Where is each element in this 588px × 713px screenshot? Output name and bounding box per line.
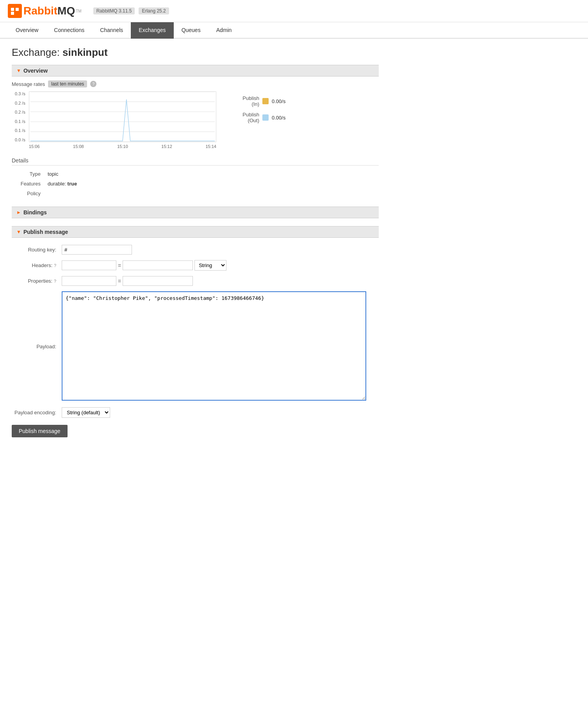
version-badge: RabbitMQ 3.11.5 (93, 7, 135, 14)
details-features-label: Features (12, 179, 44, 188)
properties-key-input[interactable] (62, 276, 116, 286)
headers-type-select[interactable]: String Number Boolean (194, 260, 226, 271)
chart-y-labels: 0.3 /s 0.2 /s 0.2 /s 0.1 /s 0.1 /s 0.0 /… (15, 91, 25, 142)
svg-rect-0 (11, 8, 14, 11)
y-label-1: 0.2 /s (15, 101, 25, 105)
encoding-label: Payload encoding: (12, 405, 59, 420)
properties-row: Properties: ? = (12, 274, 378, 288)
details-table: Type topic Features durable: true Policy (12, 169, 81, 199)
message-rates-row: Message rates last ten minutes ? (12, 80, 379, 87)
legend-publish-out-color (262, 114, 269, 121)
properties-equal-sign: = (118, 278, 121, 284)
headers-label: Headers: (32, 262, 53, 268)
headers-help[interactable]: ? (54, 263, 56, 268)
y-label-4: 0.1 /s (15, 128, 25, 133)
x-label-2: 15:10 (117, 144, 128, 149)
headers-equal-sign: = (118, 262, 121, 269)
svg-rect-1 (16, 8, 19, 11)
headers-label-cell: Headers: ? (12, 258, 59, 273)
y-label-3: 0.1 /s (15, 119, 25, 124)
logo-rabbit: Rabbit (23, 5, 57, 17)
publish-section: ▼ Publish message Routing key: Headers: … (12, 226, 379, 437)
legend-publish-out: Publish(Out) 0.00/s (228, 112, 285, 123)
details-row-features: Features durable: true (12, 179, 80, 188)
chart-wrapper: 0.3 /s 0.2 /s 0.2 /s 0.1 /s 0.1 /s 0.0 /… (29, 91, 216, 150)
legend-publish-in-color (262, 98, 269, 104)
routing-key-label: Routing key: (12, 242, 59, 257)
nav-connections[interactable]: Connections (46, 22, 92, 39)
routing-key-input[interactable] (62, 245, 132, 255)
properties-value-input[interactable] (123, 276, 193, 286)
nav-channels[interactable]: Channels (92, 22, 131, 39)
logo-mq: MQ (57, 5, 75, 17)
y-label-0: 0.3 /s (15, 91, 25, 96)
chart-legend: Publish(In) 0.00/s Publish(Out) 0.00/s (228, 95, 285, 123)
properties-label-cell: Properties: ? (12, 274, 59, 288)
properties-label: Properties: (28, 278, 52, 284)
details-row-policy: Policy (12, 189, 80, 198)
overview-arrow-icon: ▼ (16, 68, 21, 73)
x-label-3: 15:12 (161, 144, 172, 149)
x-label-0: 15:06 (29, 144, 40, 149)
payload-textarea[interactable]: {"name": "Christopher Pike", "processedT… (62, 291, 366, 401)
bindings-header[interactable]: ► Bindings (12, 207, 379, 218)
properties-help[interactable]: ? (54, 279, 56, 283)
details-features-value: durable: true (45, 179, 80, 188)
details-policy-label: Policy (12, 189, 44, 198)
routing-key-cell (60, 242, 378, 257)
time-filter-badge[interactable]: last ten minutes (48, 80, 87, 87)
main-content: Exchange: sinkinput ▼ Overview Message r… (0, 39, 390, 453)
details-row-type: Type topic (12, 169, 80, 178)
overview-label: Overview (23, 68, 48, 74)
message-rates-help[interactable]: ? (90, 81, 96, 87)
headers-key-input[interactable] (62, 260, 116, 270)
payload-row: Payload: {"name": "Christopher Pike", "p… (12, 289, 378, 404)
overview-section-header[interactable]: ▼ Overview (12, 65, 379, 77)
y-label-5: 0.0 /s (15, 137, 25, 142)
publish-section-header[interactable]: ▼ Publish message (12, 226, 379, 238)
nav-overview[interactable]: Overview (8, 22, 46, 39)
routing-key-row: Routing key: (12, 242, 378, 257)
logo-icon (8, 4, 22, 18)
y-label-2: 0.2 /s (15, 110, 25, 114)
legend-publish-in-label: Publish(In) (228, 95, 259, 107)
details-section: Details Type topic Features durable: tru… (12, 157, 379, 199)
properties-inputs: = (62, 276, 376, 286)
overview-section: ▼ Overview Message rates last ten minute… (12, 65, 379, 150)
main-nav: Overview Connections Channels Exchanges … (0, 22, 588, 39)
headers-inputs-cell: = String Number Boolean (60, 258, 378, 273)
legend-publish-out-value: 0.00/s (272, 115, 285, 121)
svg-rect-2 (11, 12, 14, 15)
chart-x-labels: 15:06 15:08 15:10 15:12 15:14 (29, 143, 216, 150)
x-label-1: 15:08 (73, 144, 84, 149)
encoding-select[interactable]: String (default) Base64 (62, 407, 110, 418)
headers-inputs: = String Number Boolean (62, 260, 376, 271)
nav-admin[interactable]: Admin (208, 22, 240, 39)
payload-cell: {"name": "Christopher Pike", "processedT… (60, 289, 378, 404)
logo: RabbitMQTM (8, 4, 82, 18)
bindings-label: Bindings (23, 209, 47, 216)
publish-message-button[interactable]: Publish message (12, 425, 68, 437)
header: RabbitMQTM RabbitMQ 3.11.5 Erlang 25.2 (0, 0, 588, 22)
page-title: Exchange: sinkinput (12, 46, 379, 59)
x-label-4: 15:14 (205, 144, 216, 149)
legend-publish-in-value: 0.00/s (272, 98, 285, 104)
nav-queues[interactable]: Queues (174, 22, 208, 39)
legend-publish-in: Publish(In) 0.00/s (228, 95, 285, 107)
nav-exchanges[interactable]: Exchanges (131, 22, 173, 39)
publish-arrow-icon: ▼ (16, 229, 21, 235)
page-title-prefix: Exchange: (12, 46, 60, 58)
erlang-badge: Erlang 25.2 (139, 7, 169, 14)
bindings-section: ► Bindings (12, 207, 379, 218)
headers-value-input[interactable] (123, 260, 193, 270)
headers-row: Headers: ? = String Number Boolean (12, 258, 378, 273)
page-title-name: sinkinput (62, 46, 108, 58)
chart-container: 0.3 /s 0.2 /s 0.2 /s 0.1 /s 0.1 /s 0.0 /… (12, 91, 379, 150)
encoding-row: Payload encoding: String (default) Base6… (12, 405, 378, 420)
chart-svg (29, 91, 216, 142)
message-rates-label: Message rates (12, 81, 45, 87)
details-type-label: Type (12, 169, 44, 178)
publish-section-label: Publish message (23, 229, 68, 235)
publish-form: Routing key: Headers: ? = String (12, 242, 379, 421)
bindings-arrow-icon: ► (16, 210, 21, 215)
